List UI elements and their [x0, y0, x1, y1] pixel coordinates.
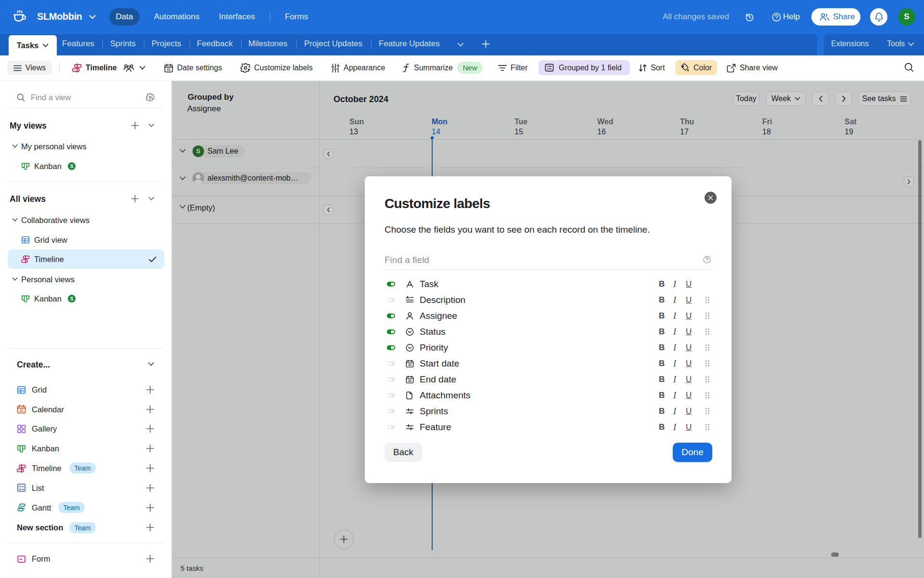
svg-text:31: 31 [408, 379, 412, 382]
svg-text:31: 31 [167, 68, 171, 71]
svg-text:31: 31 [408, 363, 412, 367]
svg-text:31: 31 [20, 409, 24, 412]
